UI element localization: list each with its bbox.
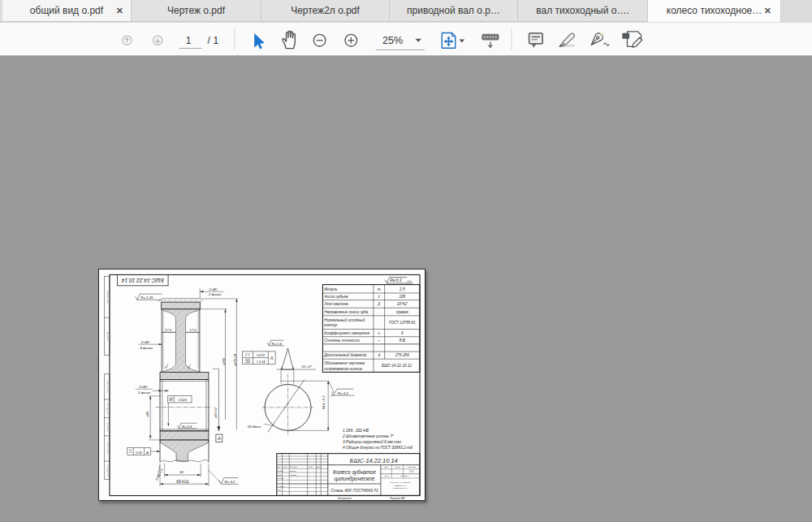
svg-text:Сталь 40Х ГОСТ4543-71: Сталь 40Х ГОСТ4543-71 [330,489,378,493]
svg-text:цилиндрическое: цилиндрическое [334,476,374,482]
svg-text:Масштаб: Масштаб [407,466,416,468]
svg-text:сопрягаемого колеса: сопрягаемого колеса [324,367,362,371]
svg-text:108: 108 [399,295,405,299]
svg-text:3 Радиусы скруглений 6 мм max: 3 Радиусы скруглений 6 мм max [343,439,402,444]
svg-text:А: А [270,356,274,360]
svg-text:⌀90: ⌀90 [145,411,149,417]
svg-text:Нормальный исходный: Нормальный исходный [324,317,365,322]
svg-text:8-В: 8-В [400,339,405,343]
svg-text:Кафедра РК-3: Кафедра РК-3 [394,485,407,486]
svg-text:(√): (√) [408,279,412,283]
svg-text:4 Общие допуски по ГОСТ 30893.: 4 Общие допуски по ГОСТ 30893.2-mК [343,446,413,450]
svg-text:Коэффициент смещения: Коэффициент смещения [324,331,369,335]
svg-text:0.03: 0.03 [136,451,143,455]
svg-text:правое: правое [396,310,409,314]
svg-text:Масса: Масса [395,466,400,468]
svg-text:Ra 3.2: Ra 3.2 [338,391,348,395]
svg-text:Иванов: Иванов [290,470,296,472]
svg-text:274.286: 274.286 [395,353,409,357]
svg-text:2 фаски: 2 фаски [137,390,151,395]
svg-text:Ra 6.3: Ra 6.3 [390,278,401,283]
svg-text:Ra 1.25: Ra 1.25 [140,296,153,300]
svg-text:0: 0 [401,331,404,335]
svg-text:1: 1 [186,35,192,46]
svg-text:Лист: Лист [282,466,287,468]
svg-text:Группа СМ10-41: Группа СМ10-41 [393,487,408,489]
svg-text:Формат А3: Формат А3 [390,497,405,500]
svg-text:64.4 +0.2: 64.4 +0.2 [322,395,326,409]
svg-text:50: 50 [179,470,184,474]
svg-text:Копировал: Копировал [338,497,352,500]
svg-text:Изм.: Изм. [277,466,281,468]
svg-text:2 Штамповочные уклоны 7°: 2 Штамповочные уклоны 7° [342,434,394,438]
svg-text:Подп. и дата: Подп. и дата [106,380,109,393]
svg-text:Справ. №: Справ. № [106,331,109,341]
svg-text:Ra 3.2: Ra 3.2 [224,480,235,484]
svg-text:17.5: 17.5 [165,328,172,332]
svg-text:1 269...302 НВ: 1 269...302 НВ [343,429,369,433]
svg-text:Модуль: Модуль [324,287,338,291]
svg-text:Угол наклона: Угол наклона [324,302,348,306]
svg-text:1×45°: 1×45° [209,287,218,291]
svg-text:МГТУ им. Н.Э. Баумана: МГТУ им. Н.Э. Баумана [390,481,411,483]
svg-text:/: / [208,35,211,46]
svg-text:60 Н11: 60 Н11 [176,480,189,484]
svg-text:Т 0.14: Т 0.14 [257,360,266,364]
svg-text:⌀270.29: ⌀270.29 [233,353,237,366]
svg-text:Делительный диаметр: Делительный диаметр [323,352,367,357]
svg-text:Пров.: Пров. [277,474,282,476]
svg-text:Степень точности: Степень точности [324,339,360,343]
svg-text:4 фаски: 4 фаски [140,346,153,350]
svg-text:Петров: Петров [290,474,297,476]
svg-text:1: 1 [214,35,219,46]
svg-text:Подп. и дата: Подп. и дата [106,442,109,455]
svg-text:1:1: 1:1 [409,470,413,473]
svg-text:БШС-14.22.10.12: БШС-14.22.10.12 [382,364,412,368]
svg-text:Лит.: Лит. [383,466,389,468]
svg-text:БШС-14.22.10.14: БШС-14.22.10.14 [350,457,398,464]
svg-text:2×45°: 2×45° [140,340,150,344]
svg-text:А: А [145,451,149,455]
svg-text:β: β [377,302,380,306]
svg-text:Разраб.: Разраб. [277,470,283,472]
svg-text:Лист: Лист [383,476,389,477]
svg-text:Обозначение чертежа: Обозначение чертежа [324,361,365,365]
svg-text:Число зубьев: Число зубьев [324,295,348,299]
svg-text:контур: контур [324,323,337,327]
svg-text:Утв.: Утв. [277,489,281,490]
svg-text:Инв. № дубл.: Инв. № дубл. [106,402,109,414]
svg-text:0.018: 0.018 [257,353,266,357]
svg-text:–: – [377,339,380,343]
svg-text:25%: 25% [382,35,403,46]
svg-text:Взам. инв.: Взам. инв. [106,421,109,431]
svg-text:2.5: 2.5 [399,287,405,291]
svg-text:R0.4max: R0.4max [248,425,261,429]
svg-text:Подп.: Подп. [309,466,313,468]
svg-text:10°42': 10°42' [397,302,408,306]
svg-text:Ra 1.6: Ra 1.6 [272,342,283,346]
svg-text:0.023: 0.023 [179,398,188,402]
svg-text:Ra 0.8: Ra 0.8 [182,425,192,429]
svg-text:Т.контр.: Т.контр. [277,477,284,479]
svg-text:А: А [217,436,221,441]
svg-text:17.5: 17.5 [189,328,197,332]
svg-text:№ докум.: № докум. [290,466,298,468]
svg-text:Колесо зубчатое: Колесо зубчатое [333,469,376,476]
svg-text:Н.контр.: Н.контр. [277,485,285,487]
svg-text:2×45°: 2×45° [138,385,148,389]
svg-text:Направление линии зуба: Направление линии зуба [324,310,369,314]
svg-text:Дата: Дата [316,466,322,468]
svg-text:d: d [378,353,380,357]
svg-text:⌀256: ⌀256 [222,357,226,365]
svg-text:18 -.07: 18 -.07 [301,365,312,369]
svg-text:Перв. примен.: Перв. примен. [106,290,109,304]
svg-text:ГОСТ 13755-81: ГОСТ 13755-81 [389,321,416,325]
svg-text:⌀60 Н7: ⌀60 Н7 [214,407,218,418]
svg-text:Инв. № подл.: Инв. № подл. [106,464,109,477]
svg-text:2 фаски: 2 фаски [208,292,222,296]
svg-text:m: m [378,287,381,291]
svg-text:БШС-14.22.10.14: БШС-14.22.10.14 [122,278,164,283]
svg-text:Листов 1: Листов 1 [400,476,409,477]
